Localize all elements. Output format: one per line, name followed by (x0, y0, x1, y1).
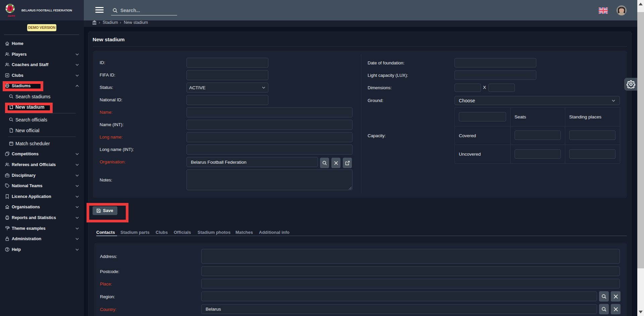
svg-text:АБФФ: АБФФ (8, 15, 15, 17)
